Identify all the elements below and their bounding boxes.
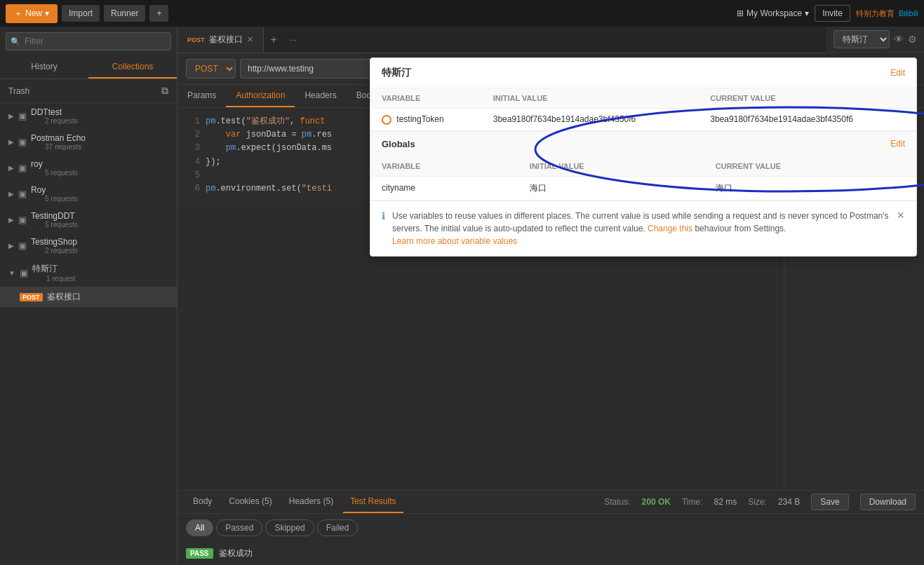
import-button[interactable]: Import [62, 5, 100, 22]
params-tab[interactable]: Params [178, 85, 226, 107]
learn-more-link[interactable]: Learn more about variable values [392, 236, 517, 246]
trash-label: Trash [8, 86, 29, 96]
collection-postman-echo[interactable]: ▶ ▣ Postman Echo 37 requests [0, 129, 177, 155]
folder-icon: ▣ [18, 111, 27, 121]
collection-TestingDDT[interactable]: ▶ ▣ TestingDDT 5 requests [0, 207, 177, 233]
variable-cell: testingToken [370, 109, 482, 131]
line-number: 2 [186, 128, 200, 142]
history-tab[interactable]: History [0, 56, 88, 79]
code-content [206, 169, 210, 182]
invite-button[interactable]: Invite [815, 5, 850, 22]
collection-TestingShop[interactable]: ▶ ▣ TestingShop 2 requests [0, 233, 177, 259]
line-number: 6 [186, 182, 200, 196]
close-env-panel-button[interactable]: ✕ [897, 210, 905, 221]
folder-icon: ▣ [18, 240, 27, 251]
all-filter-tab[interactable]: All [186, 519, 213, 536]
add-tab-button[interactable]: + [264, 34, 284, 46]
collection-roy-lower[interactable]: ▶ ▣ roy 5 requests [0, 155, 177, 181]
collection-testingcn[interactable]: ▼ ▣ 特斯汀 1 request [0, 259, 177, 287]
g-initial-cell: 海口 [518, 176, 704, 200]
content-area-wrapper: 特斯汀 👁 ⚙ POST 鉴权接口 ✕ + ··· POST GET [178, 27, 924, 565]
new-label: New [25, 8, 42, 18]
g-initial-col-header: INITIAL VALUE [518, 156, 704, 177]
response-area: Body Cookies (5) Headers (5) Test Result… [178, 490, 924, 565]
more-tabs-icon[interactable]: ··· [284, 35, 302, 45]
chevron-right-icon: ▶ [8, 164, 14, 172]
download-button[interactable]: Download [860, 493, 916, 510]
status-label: Status: [604, 497, 630, 507]
request-name: 鉴权接口 [47, 291, 81, 303]
tab-method-badge: POST [187, 36, 205, 43]
collection-Roy[interactable]: ▶ ▣ Roy 5 requests [0, 181, 177, 207]
test-results-label: Test Results [350, 496, 396, 506]
runner-button[interactable]: Runner [104, 5, 145, 22]
current-col-header: CURRENT VALUE [699, 88, 916, 109]
gear-icon-button[interactable]: ⚙ [908, 34, 917, 45]
workspace-button[interactable]: ⊞ My Workspace ▾ [737, 8, 809, 18]
headers-tab[interactable]: Headers [295, 85, 346, 107]
variable-col-header: VARIABLE [370, 88, 482, 109]
global-var-row-city: cityname 海口 海口 [370, 176, 916, 200]
headers-response-tab[interactable]: Headers (5) [282, 491, 340, 513]
passed-filter-tab[interactable]: Passed [216, 519, 262, 536]
status-value: 200 OK [642, 497, 671, 507]
code-content: pm.test("鉴权成功", funct [206, 115, 325, 128]
env-panel: 特斯汀 Edit VARIABLE INITIAL VALUE CURRENT … [370, 57, 917, 257]
info-icon: ℹ [382, 210, 385, 222]
chevron-right-icon: ▶ [8, 138, 14, 146]
change-this-link[interactable]: Change this [648, 224, 692, 233]
chevron-down-icon: ▾ [805, 8, 809, 18]
top-right: ⊞ My Workspace ▾ Invite 特别力教育 Bilibili [737, 5, 918, 22]
collection-sub: 37 requests [45, 143, 86, 151]
eye-icon-button[interactable]: 👁 [894, 34, 904, 45]
sidebar: 🔍 History Collections Trash ⧉ ▶ ▣ DDTtes… [0, 27, 178, 565]
cookies-response-tab[interactable]: Cookies (5) [222, 491, 279, 513]
collection-name: TestingShop [31, 237, 78, 247]
code-content: pm.expect(jsonData.ms [206, 142, 332, 155]
skipped-filter-tab[interactable]: Skipped [265, 519, 314, 536]
active-request-item[interactable]: POST 鉴权接口 [0, 287, 177, 307]
env-info-box: ℹ Use variables to reuse values in diffe… [370, 200, 916, 256]
current-value-cell: 3bea9180f7634be1914adae3bf4350f6 [699, 109, 916, 131]
env-edit-link[interactable]: Edit [890, 68, 905, 78]
globals-edit-link[interactable]: Edit [890, 139, 905, 149]
collection-sub: 5 requests [45, 169, 78, 177]
folder-icon: ▣ [18, 215, 27, 225]
collection-name: roy [31, 159, 78, 169]
test-result-label: 鉴权成功 [219, 547, 253, 559]
initial-col-header: INITIAL VALUE [482, 88, 699, 109]
response-tabs-bar: Body Cookies (5) Headers (5) Test Result… [178, 491, 924, 514]
post-method-badge: POST [20, 293, 43, 301]
line-number: 4 [186, 156, 200, 169]
trash-section[interactable]: Trash ⧉ [0, 79, 177, 103]
chevron-down-icon: ▾ [45, 8, 49, 18]
save-response-button[interactable]: Save [811, 493, 848, 510]
time-value: 82 ms [714, 497, 737, 507]
failed-filter-tab[interactable]: Failed [317, 519, 359, 536]
line-number: 3 [186, 142, 200, 155]
search-input[interactable] [6, 32, 171, 50]
headers-label: Headers [289, 496, 321, 506]
body-response-tab[interactable]: Body [186, 491, 219, 513]
g-current-cell: 海口 [704, 176, 916, 200]
plus-button[interactable]: + [149, 5, 168, 22]
chevron-right-icon: ▶ [8, 190, 14, 198]
collections-tab[interactable]: Collections [88, 56, 177, 79]
info-text-2: behaviour from Settings. [695, 224, 786, 233]
env-variables-table: VARIABLE INITIAL VALUE CURRENT VALUE tes… [370, 88, 916, 131]
method-select[interactable]: POST GET [186, 59, 236, 79]
plus-icon: ＋ [14, 8, 22, 20]
tab-title: 鉴权接口 [209, 34, 243, 46]
new-button[interactable]: ＋ New ▾ [6, 4, 58, 23]
collection-sub: 1 request [46, 275, 76, 282]
environment-selector[interactable]: 特斯汀 [833, 30, 890, 48]
variable-name: testingToken [396, 114, 443, 124]
chevron-right-icon: ▶ [8, 242, 14, 250]
test-results-tab[interactable]: Test Results [343, 491, 403, 513]
collection-DDTtest[interactable]: ▶ ▣ DDTtest 2 requests [0, 103, 177, 129]
close-icon[interactable]: ✕ [247, 35, 253, 44]
collection-sub: 5 requests [45, 195, 78, 203]
request-tab-jianquan[interactable]: POST 鉴权接口 ✕ [178, 27, 264, 53]
authorization-tab[interactable]: Authorization [226, 85, 295, 107]
globals-title: Globals [382, 139, 415, 149]
